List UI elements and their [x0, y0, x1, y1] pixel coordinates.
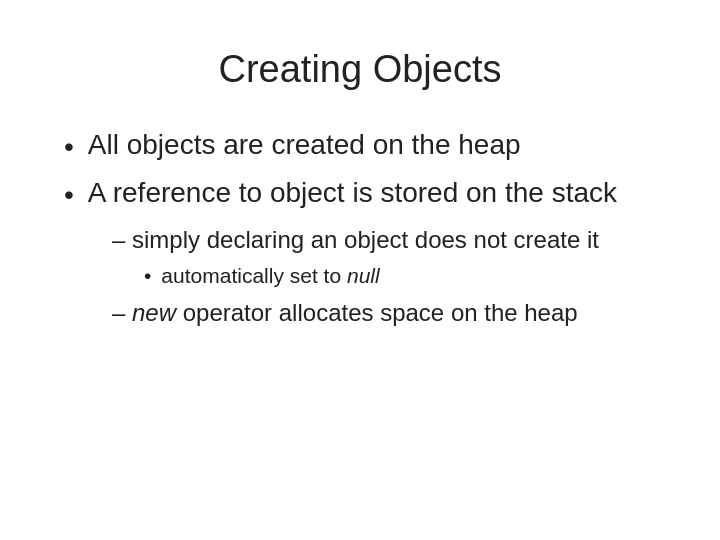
sub-item-dash-2: –: [112, 299, 132, 326]
bullet-text-2: A reference to object is stored on the s…: [88, 175, 617, 211]
bullet-text-1: All objects are created on the heap: [88, 127, 521, 163]
bullet-item-2: • A reference to object is stored on the…: [64, 175, 656, 213]
slide-content: • All objects are created on the heap • …: [64, 127, 656, 335]
bullet-item-1: • All objects are created on the heap: [64, 127, 656, 165]
sub-sub-text-prefix: automatically set to: [161, 264, 347, 287]
bullet-dot-2: •: [64, 177, 74, 213]
bullet-dot-1: •: [64, 129, 74, 165]
sub-sub-italic: null: [347, 264, 380, 287]
sub-item-2: – new operator allocates space on the he…: [112, 297, 656, 329]
sub-item-text-2: operator allocates space on the heap: [176, 299, 578, 326]
sub-item-1: – simply declaring an object does not cr…: [112, 224, 656, 256]
new-keyword: new: [132, 299, 176, 326]
sub-item-dash-1: –: [112, 226, 132, 253]
sub-item-text-1: simply declaring an object does not crea…: [132, 226, 599, 253]
slide: Creating Objects • All objects are creat…: [0, 0, 720, 540]
sub-sub-bullet-1: •: [144, 264, 151, 287]
sub-sub-item-1: •automatically set to null: [144, 262, 656, 290]
slide-title: Creating Objects: [64, 48, 656, 91]
